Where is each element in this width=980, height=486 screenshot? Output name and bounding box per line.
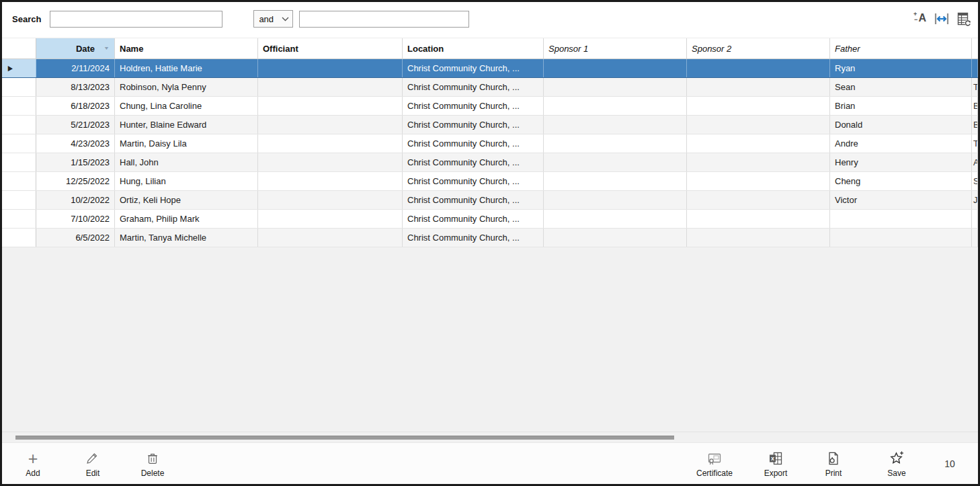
cell-sponsor1[interactable]: [544, 229, 687, 247]
cell-name[interactable]: Hunter, Blaine Edward: [115, 116, 258, 134]
cell-location[interactable]: Christ Community Church, ...: [403, 116, 544, 134]
cell-sponsor2[interactable]: [687, 172, 830, 190]
cell-officiant[interactable]: [258, 153, 403, 171]
row-selector-cell[interactable]: [2, 134, 36, 153]
cell-date[interactable]: 4/23/2023: [36, 134, 115, 153]
cell-name[interactable]: Hung, Lilian: [115, 172, 258, 190]
row-selector-cell[interactable]: ▶: [2, 59, 36, 77]
cell-officiant[interactable]: [258, 172, 403, 190]
grid-row[interactable]: 10/2/2022Ortiz, Keli HopeChrist Communit…: [2, 191, 978, 210]
grid-row[interactable]: 8/13/2023Robinson, Nyla PennyChrist Comm…: [2, 78, 978, 97]
grid-row[interactable]: 5/21/2023Hunter, Blaine EdwardChrist Com…: [2, 116, 978, 134]
cell-location[interactable]: Christ Community Church, ...: [403, 59, 544, 77]
cell-officiant[interactable]: [258, 97, 403, 115]
cell-location[interactable]: Christ Community Church, ...: [403, 78, 544, 96]
certificate-button[interactable]: Certificate: [688, 449, 741, 478]
cell-officiant[interactable]: [258, 191, 403, 209]
cell-sponsor2[interactable]: [687, 153, 830, 171]
cell-name[interactable]: Robinson, Nyla Penny: [115, 78, 258, 96]
grid-row[interactable]: 4/23/2023Martin, Daisy LilaChrist Commun…: [2, 134, 978, 153]
grid-row[interactable]: 6/5/2022Martin, Tanya MichelleChrist Com…: [2, 229, 978, 247]
cell-date[interactable]: 2/11/2024: [36, 59, 115, 77]
cell-name[interactable]: Martin, Daisy Lila: [115, 134, 258, 153]
cell-sponsor1[interactable]: [544, 210, 687, 228]
horizontal-scrollbar-thumb[interactable]: [15, 436, 674, 440]
column-header-father[interactable]: Father: [830, 38, 972, 58]
cell-name[interactable]: Graham, Philip Mark: [115, 210, 258, 228]
column-header-sponsor2[interactable]: Sponsor 2: [687, 38, 830, 58]
column-chooser-icon[interactable]: [956, 11, 972, 27]
cell-father[interactable]: [830, 210, 972, 228]
cell-name[interactable]: Martin, Tanya Michelle: [115, 229, 258, 247]
row-selector-cell[interactable]: [2, 153, 36, 171]
cell-officiant[interactable]: [258, 59, 403, 77]
cell-location[interactable]: Christ Community Church, ...: [403, 229, 544, 247]
cell-sponsor1[interactable]: [544, 59, 687, 77]
row-selector-cell[interactable]: [2, 116, 36, 134]
cell-sponsor1[interactable]: [544, 172, 687, 190]
cell-father[interactable]: Brian: [830, 97, 972, 115]
column-header-sponsor1[interactable]: Sponsor 1: [544, 38, 687, 58]
save-button[interactable]: Save: [873, 449, 920, 478]
cell-father[interactable]: Ryan: [830, 59, 972, 77]
column-header-officiant[interactable]: Officiant: [258, 38, 403, 58]
cell-sponsor2[interactable]: [687, 78, 830, 96]
column-header-date[interactable]: Date▼: [36, 38, 115, 58]
cell-location[interactable]: Christ Community Church, ...: [403, 210, 544, 228]
search-operator-select[interactable]: and: [253, 10, 293, 28]
print-button[interactable]: Print: [810, 449, 857, 478]
column-header-location[interactable]: Location: [403, 38, 544, 58]
grid-row[interactable]: 7/10/2022Graham, Philip MarkChrist Commu…: [2, 210, 978, 229]
search-input-1[interactable]: [50, 11, 222, 28]
grid-row[interactable]: 1/15/2023Hall, JohnChrist Community Chur…: [2, 153, 978, 172]
cell-sponsor1[interactable]: [544, 78, 687, 96]
row-selector-cell[interactable]: [2, 97, 36, 115]
cell-sponsor1[interactable]: [544, 116, 687, 134]
cell-date[interactable]: 1/15/2023: [36, 153, 115, 171]
cell-sponsor1[interactable]: [544, 191, 687, 209]
cell-name[interactable]: Hall, John: [115, 153, 258, 171]
cell-sponsor2[interactable]: [687, 191, 830, 209]
cell-sponsor2[interactable]: [687, 97, 830, 115]
edit-button[interactable]: Edit: [71, 449, 114, 478]
cell-father[interactable]: Henry: [830, 153, 972, 171]
row-selector-cell[interactable]: [2, 210, 36, 228]
column-header-name[interactable]: Name: [115, 38, 258, 58]
grid-row[interactable]: ▶2/11/2024Holdren, Hattie MarieChrist Co…: [2, 59, 978, 78]
cell-location[interactable]: Christ Community Church, ...: [403, 172, 544, 190]
search-input-2[interactable]: [299, 11, 469, 28]
fit-column-width-icon[interactable]: [934, 11, 950, 27]
row-selector-cell[interactable]: [2, 191, 36, 209]
cell-name[interactable]: Holdren, Hattie Marie: [115, 59, 258, 77]
cell-location[interactable]: Christ Community Church, ...: [403, 153, 544, 171]
horizontal-scrollbar[interactable]: [2, 432, 978, 442]
cell-father[interactable]: Sean: [830, 78, 972, 96]
cell-sponsor2[interactable]: [687, 229, 830, 247]
grid-row[interactable]: 6/18/2023Chung, Lina CarolineChrist Comm…: [2, 97, 978, 116]
cell-officiant[interactable]: [258, 116, 403, 134]
cell-sponsor2[interactable]: [687, 210, 830, 228]
font-size-icon[interactable]: + − A: [913, 11, 928, 26]
cell-date[interactable]: 12/25/2022: [36, 172, 115, 190]
cell-date[interactable]: 7/10/2022: [36, 210, 115, 228]
cell-location[interactable]: Christ Community Church, ...: [403, 191, 544, 209]
delete-button[interactable]: Delete: [131, 449, 174, 478]
cell-father[interactable]: Victor: [830, 191, 972, 209]
cell-father[interactable]: Cheng: [830, 172, 972, 190]
cell-sponsor2[interactable]: [687, 59, 830, 77]
export-button[interactable]: x Export: [752, 449, 799, 478]
cell-sponsor1[interactable]: [544, 134, 687, 153]
cell-father[interactable]: [830, 229, 972, 247]
cell-date[interactable]: 5/21/2023: [36, 116, 115, 134]
cell-name[interactable]: Ortiz, Keli Hope: [115, 191, 258, 209]
cell-sponsor1[interactable]: [544, 97, 687, 115]
row-selector-cell[interactable]: [2, 78, 36, 96]
cell-location[interactable]: Christ Community Church, ...: [403, 134, 544, 153]
cell-date[interactable]: 10/2/2022: [36, 191, 115, 209]
add-button[interactable]: + Add: [11, 449, 54, 478]
cell-father[interactable]: Donald: [830, 116, 972, 134]
cell-sponsor2[interactable]: [687, 134, 830, 153]
cell-date[interactable]: 8/13/2023: [36, 78, 115, 96]
cell-officiant[interactable]: [258, 78, 403, 96]
cell-officiant[interactable]: [258, 229, 403, 247]
